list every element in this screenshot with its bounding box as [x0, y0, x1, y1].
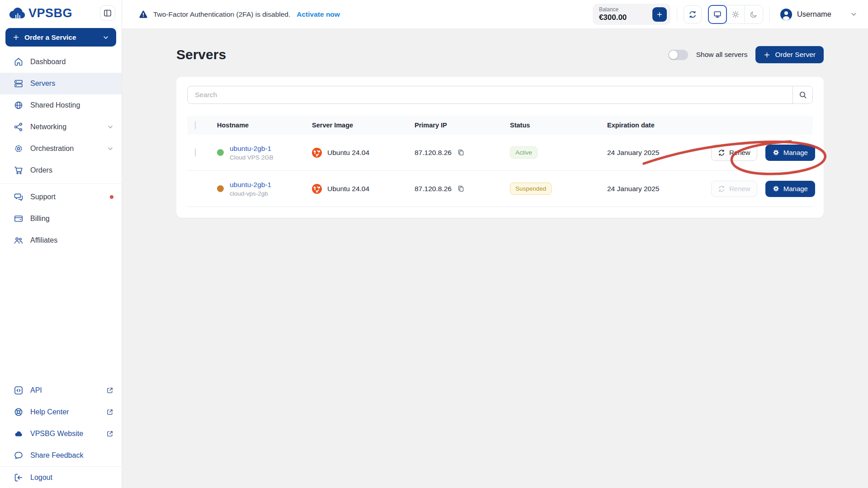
- manage-label: Manage: [783, 185, 808, 192]
- sidebar-item-logout[interactable]: Logout: [0, 466, 122, 488]
- theme-light-button[interactable]: [726, 5, 745, 23]
- sidebar-item-api[interactable]: API: [0, 380, 122, 401]
- sidebar-item-label: Logout: [30, 474, 52, 482]
- ip-address: 87.120.8.26: [415, 149, 452, 157]
- gear-icon: [773, 149, 779, 156]
- app-window: VPSBG Order a Service Dashboard Servers …: [0, 0, 868, 488]
- collapse-sidebar-button[interactable]: [100, 5, 115, 21]
- feedback-bubble-icon: [14, 450, 24, 460]
- renew-button[interactable]: Renew: [711, 145, 757, 161]
- manage-label: Manage: [783, 149, 808, 156]
- show-all-servers-label: Show all servers: [696, 51, 748, 59]
- order-server-button[interactable]: Order Server: [755, 46, 824, 63]
- plus-icon: [656, 11, 663, 18]
- page-header-actions: Show all servers Order Server: [668, 46, 824, 63]
- sidebar-item-label: Share Feedback: [30, 451, 83, 460]
- balance-widget: Balance €300.00: [593, 4, 670, 25]
- theme-dark-button[interactable]: [745, 5, 763, 23]
- topbar-divider: [769, 7, 770, 22]
- order-a-service-button[interactable]: Order a Service: [5, 28, 116, 47]
- server-image-label: Ubuntu 24.04: [327, 185, 369, 193]
- sidebar-spacer: [0, 251, 122, 380]
- brand-name: VPSBG: [28, 6, 72, 20]
- page-title: Servers: [176, 47, 226, 62]
- sidebar-item-label: Help Center: [30, 408, 69, 416]
- sidebar-item-shared-hosting[interactable]: Shared Hosting: [0, 94, 122, 116]
- status-badge: Active: [510, 146, 538, 159]
- sidebar-item-networking[interactable]: Networking: [0, 116, 122, 138]
- copy-ip-button[interactable]: [457, 149, 465, 156]
- sidebar-item-label: Networking: [30, 123, 66, 131]
- balance-value: €300.00: [599, 13, 627, 22]
- sidebar-item-billing[interactable]: Billing: [0, 208, 122, 230]
- sidebar-item-support[interactable]: Support: [0, 186, 122, 208]
- username-label: Username: [797, 10, 831, 19]
- manage-button[interactable]: Manage: [765, 145, 815, 161]
- row-actions: Renew Manage: [711, 181, 821, 197]
- twofa-warning: Two-Factor Authentication (2FA) is disab…: [138, 9, 340, 19]
- sidebar-item-help-center[interactable]: Help Center: [0, 401, 122, 423]
- row-actions: Renew Manage: [711, 145, 821, 161]
- sidebar-item-label: Orchestration: [30, 145, 74, 153]
- code-icon: [14, 385, 24, 395]
- manage-button[interactable]: Manage: [765, 181, 815, 197]
- table-header-row: Hostname Server Image Primary IP Status …: [187, 116, 813, 135]
- chevron-down-icon[interactable]: [850, 11, 857, 18]
- select-all-checkbox[interactable]: [195, 121, 196, 129]
- search-button[interactable]: [793, 86, 812, 103]
- theme-system-button[interactable]: [708, 5, 727, 24]
- page-content: Servers Show all servers Order Server: [122, 29, 868, 218]
- sidebar-item-servers[interactable]: Servers: [0, 73, 122, 94]
- activate-2fa-link[interactable]: Activate now: [297, 10, 340, 19]
- status-dot-active: [217, 149, 224, 156]
- order-a-service-label: Order a Service: [24, 33, 76, 42]
- sidebar-item-share-feedback[interactable]: Share Feedback: [0, 445, 122, 466]
- cloud-icon: [14, 429, 24, 439]
- hostname-cell: ubuntu-2gb-1 cloud-vps-2gb: [217, 181, 312, 197]
- sun-icon: [731, 10, 740, 19]
- plan-label: Cloud VPS 2GB: [230, 154, 274, 161]
- sidebar-item-label: Servers: [30, 80, 55, 88]
- column-header-primary-ip: Primary IP: [415, 122, 510, 129]
- renew-label: Renew: [729, 185, 750, 192]
- chat-bubbles-icon: [14, 192, 24, 202]
- status-badge: Suspended: [510, 183, 552, 195]
- balance-label: Balance: [599, 6, 627, 13]
- external-link-icon: [106, 430, 113, 437]
- search-input[interactable]: [188, 86, 793, 103]
- refresh-button[interactable]: [684, 5, 702, 23]
- sidebar-divider: [0, 183, 122, 184]
- warning-icon: [138, 9, 148, 19]
- support-notification-dot: [110, 195, 113, 199]
- servers-table: Hostname Server Image Primary IP Status …: [187, 116, 813, 207]
- sidebar-item-vpsbg-website[interactable]: VPSBG Website: [0, 423, 122, 445]
- sidebar-item-label: Affiliates: [30, 236, 57, 244]
- sidebar-item-orders[interactable]: Orders: [0, 160, 122, 181]
- brand-logo[interactable]: VPSBG: [7, 6, 72, 21]
- add-funds-button[interactable]: [652, 7, 667, 22]
- sidebar-header: VPSBG: [0, 0, 122, 24]
- page-header: Servers Show all servers Order Server: [176, 46, 824, 63]
- servers-icon: [14, 79, 24, 89]
- sidebar-item-orchestration[interactable]: Orchestration: [0, 138, 122, 160]
- plus-icon: [764, 52, 770, 58]
- sidebar-footer: API Help Center VPSBG Website Share Feed…: [0, 380, 122, 488]
- copy-ip-button[interactable]: [457, 185, 465, 192]
- user-menu[interactable]: Username: [780, 8, 831, 21]
- column-header-hostname: Hostname: [217, 122, 312, 129]
- hostname-link[interactable]: ubuntu-2gb-1: [230, 145, 274, 153]
- external-link-icon: [106, 408, 113, 416]
- moon-icon: [750, 10, 758, 19]
- renew-button-disabled: Renew: [711, 181, 757, 197]
- cloud-logo-icon: [7, 6, 27, 21]
- balance-text: Balance €300.00: [599, 6, 627, 22]
- collapse-sidebar-icon: [103, 9, 112, 18]
- hostname-link[interactable]: ubuntu-2gb-1: [230, 181, 271, 189]
- sidebar-item-affiliates[interactable]: Affiliates: [0, 230, 122, 251]
- sidebar-item-dashboard[interactable]: Dashboard: [0, 51, 122, 73]
- row-checkbox[interactable]: [195, 148, 196, 157]
- cart-icon: [14, 165, 24, 175]
- plan-label: cloud-vps-2gb: [230, 190, 271, 197]
- sidebar-nav: Dashboard Servers Shared Hosting Network…: [0, 51, 122, 251]
- show-all-servers-toggle[interactable]: [668, 50, 688, 60]
